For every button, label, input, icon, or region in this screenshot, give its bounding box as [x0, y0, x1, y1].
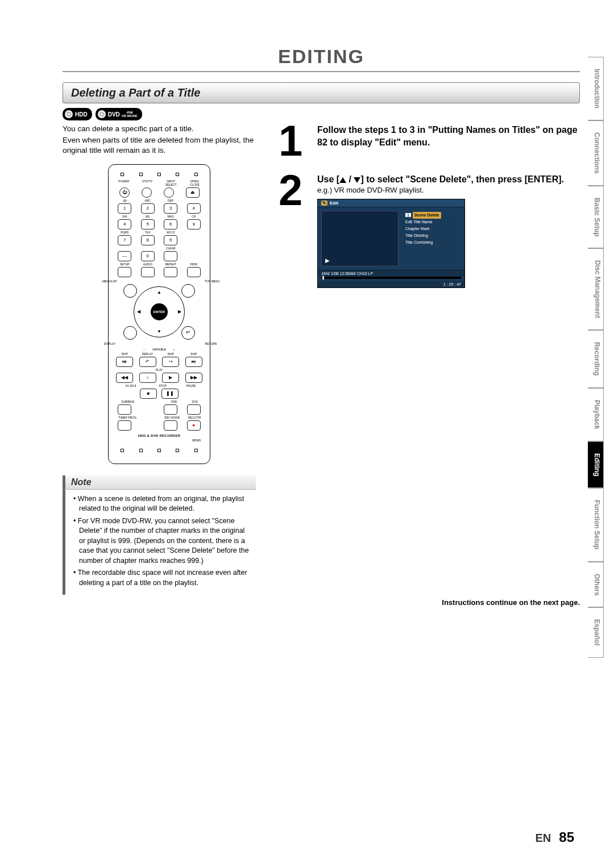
- btn-play: ▶: [162, 373, 179, 383]
- lbl: TIMER PROG.: [115, 416, 140, 419]
- intro-line2: Even when parts of title are deleted fro…: [63, 135, 256, 156]
- arrow-up-icon: ▲: [157, 290, 161, 295]
- btn-rew: ◀◀: [116, 373, 133, 383]
- dvd-badge-text: DVD: [108, 111, 120, 118]
- osd-item: Edit Title Name: [405, 219, 461, 226]
- footer-lang: EN: [536, 832, 551, 845]
- step2-text: Use [ / ] to select "Scene Delete", then…: [317, 173, 564, 186]
- lbl: DVD: [188, 400, 202, 403]
- lbl: SKIP: [118, 352, 131, 356]
- note-item: The recordable disc space will not incre…: [79, 568, 250, 588]
- lbl-variable: VARIABLE: [152, 348, 166, 351]
- btn-dtvtv: [142, 187, 152, 198]
- osd-item: Chapter Mark: [405, 226, 461, 232]
- osd-edit-screen: ✎ Edit ▶ 1Scene Delete Edit Title Name C…: [317, 199, 465, 288]
- step-1: 1 Follow the steps 1 to 3 in "Putting Na…: [279, 124, 580, 158]
- btn-dvd: [187, 404, 201, 415]
- lbl: JKL: [141, 215, 155, 218]
- lbl-clear: CLEAR: [164, 247, 177, 250]
- edit-pencil-icon: ✎: [321, 201, 327, 206]
- lbl: X1.3/0.8: [121, 384, 141, 387]
- step-number: 2: [279, 173, 307, 288]
- lbl-menulist: MENU/LIST: [98, 279, 121, 283]
- footer-page-number: 85: [559, 829, 574, 845]
- lbl-dtvtv: DTV/TV: [138, 180, 156, 186]
- lbl: ABC: [141, 199, 155, 202]
- remote-brand: HDD & DVD RECORDER: [113, 434, 205, 437]
- lbl: DEF: [164, 199, 177, 202]
- continue-text: Instructions continue on the next page.: [279, 598, 580, 607]
- osd-item: Title Combining: [405, 239, 461, 246]
- note-heading: Note: [63, 475, 256, 490]
- lbl-return: RETURN: [200, 342, 222, 345]
- dvd-badge-sub: -RW VR MODE: [122, 111, 138, 118]
- btn-power: ⏻: [119, 187, 130, 198]
- intro-line1: You can delete a specific part of a titl…: [63, 124, 256, 134]
- btn-audio: [141, 267, 155, 277]
- hdd-badge-text: HDD: [75, 111, 88, 118]
- lbl-power: POWER: [115, 180, 133, 186]
- btn-replay: ↶: [139, 357, 156, 367]
- lbl: SKIP: [164, 352, 177, 356]
- tab-basic-setup[interactable]: Basic Setup: [588, 186, 604, 249]
- tab-espanol[interactable]: Español: [588, 607, 604, 658]
- lbl-display: DISPLAY: [98, 342, 121, 345]
- page-footer: EN 85: [536, 829, 575, 845]
- disc-icon: [65, 110, 73, 118]
- tab-recording[interactable]: Recording: [588, 330, 604, 387]
- tab-introduction[interactable]: Introduction: [588, 57, 604, 120]
- note-item: When a scene is deleted from an original…: [79, 494, 250, 514]
- lbl: MNO: [164, 215, 177, 218]
- remote-model: NB345: [113, 439, 205, 442]
- btn-4: 4: [118, 219, 131, 229]
- osd-index: 1: [405, 213, 411, 217]
- btn-rec: ●: [187, 420, 201, 431]
- osd-timestamp: JAN/ 1/08 12:00AM CH10 LP: [321, 272, 373, 276]
- lbl: TUV: [141, 231, 155, 234]
- t: /: [346, 174, 354, 184]
- tab-playback[interactable]: Playback: [588, 388, 604, 441]
- tab-connections[interactable]: Connections: [588, 120, 604, 186]
- note-item: For VR mode DVD-RW, you cannot select "S…: [79, 516, 250, 566]
- arrow-down-icon: ▼: [157, 329, 161, 334]
- osd-duration: 1 : 25 : 47: [443, 282, 461, 286]
- remote-control-diagram: POWERDTV/TVINPUT SELECTOPEN/ CLOSE ⏻⏏ .@…: [108, 164, 210, 464]
- dpad: ↵ ENTER ▲ ▼ ◀ ▶: [134, 286, 185, 337]
- lbl: STOP: [156, 384, 169, 387]
- t: ] to select "Scene Delete", then press […: [360, 174, 564, 184]
- side-tab-nav: Introduction Connections Basic Setup Dis…: [588, 57, 604, 658]
- btn-hdd: [164, 404, 177, 415]
- btn-setup: [118, 267, 131, 277]
- arrow-left-icon: ◀: [137, 309, 140, 314]
- btn-9: 9: [164, 235, 177, 245]
- btn-ff: ▶▶: [185, 373, 202, 383]
- play-icon: ▶: [325, 257, 330, 264]
- lbl: PQRS: [118, 231, 131, 234]
- lbl-topmenu: TOP MENU: [201, 279, 223, 283]
- tab-disc-management[interactable]: Disc Management: [588, 248, 604, 330]
- osd-item: Title Dividing: [405, 232, 461, 239]
- lbl: PAUSE: [184, 384, 198, 387]
- step-2: 2 Use [ / ] to select "Scene Delete", th…: [279, 173, 580, 288]
- btn-eject: ⏏: [186, 187, 200, 198]
- osd-item-selected: Scene Delete: [413, 212, 441, 219]
- dvd-badge: DVD -RW VR MODE: [96, 108, 142, 120]
- lbl: SETUP: [118, 262, 131, 266]
- tab-editing[interactable]: Editing: [588, 441, 604, 489]
- btn-stop: ■: [140, 389, 157, 399]
- media-badges: HDD DVD -RW VR MODE: [63, 108, 580, 120]
- lbl: CH: [187, 215, 201, 218]
- btn-menulist: [123, 284, 137, 298]
- btn-1: 1: [118, 203, 131, 214]
- lbl: GHI: [118, 215, 131, 218]
- btn-display: [123, 326, 137, 340]
- btn-5: 5: [141, 219, 155, 229]
- page-title: EDITING: [63, 45, 580, 72]
- tab-function-setup[interactable]: Function Setup: [588, 488, 604, 561]
- btn-skip-prev: ⏮: [116, 357, 133, 367]
- tab-others[interactable]: Others: [588, 562, 604, 608]
- lbl: AUDIO: [141, 262, 155, 266]
- btn-chup: ∧: [187, 203, 201, 214]
- step-number: 1: [279, 124, 307, 158]
- lbl: REPLAY: [141, 352, 155, 356]
